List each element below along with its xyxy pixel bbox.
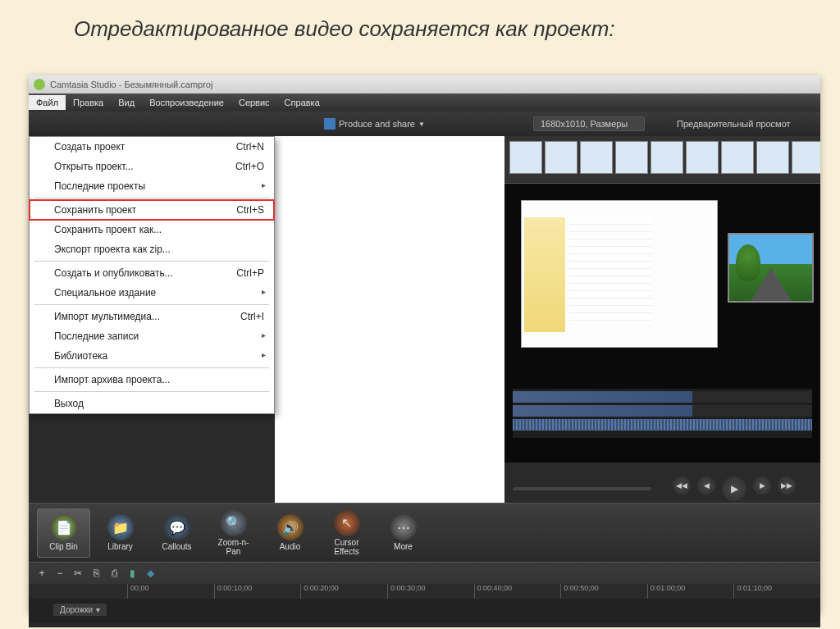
timeline-zoomout-icon[interactable]: − [53, 567, 66, 580]
tool-tab-zoom-n-pan[interactable]: 🔍Zoom-n- Pan [207, 508, 260, 558]
copy-icon[interactable]: ⎙ [107, 567, 121, 580]
mini-track [513, 391, 812, 403]
menu-separator [34, 367, 269, 368]
tool-icon: 💬 [164, 514, 190, 540]
preview-mini-timeline [513, 389, 812, 438]
clip-bin-panel [275, 136, 504, 503]
file-menu-item-1[interactable]: Открыть проект...Ctrl+O [30, 157, 274, 176]
seek-bar[interactable] [513, 487, 651, 490]
timeline-tick: 0:01:10;00 [733, 584, 820, 599]
file-menu-item-3[interactable]: Сохранить проектCtrl+S [30, 200, 274, 220]
mini-audio-wave [513, 419, 812, 431]
tool-icon: 📁 [107, 514, 134, 540]
file-menu-item-2[interactable]: Последние проекты [30, 176, 274, 196]
file-menu-item-8[interactable]: Импорт мультимедиа...Ctrl+I [30, 307, 274, 326]
tool-tab-cursor-effects[interactable]: ↖Cursor Effects [320, 508, 373, 558]
file-menu-item-4[interactable]: Сохранить проект как... [30, 220, 274, 239]
road-graphic [751, 268, 792, 301]
play-button[interactable]: ▶ [722, 476, 746, 501]
file-menu-item-6[interactable]: Создать и опубликовать...Ctrl+P [30, 263, 274, 283]
thumbnail[interactable] [721, 141, 754, 174]
menu-tools[interactable]: Сервис [231, 95, 277, 110]
tool-tab-library[interactable]: 📁Library [94, 508, 147, 558]
thumbnail[interactable] [509, 141, 542, 174]
timeline-tracks[interactable]: Дорожки [29, 599, 820, 623]
marker-icon[interactable]: ◆ [144, 567, 157, 580]
split-icon[interactable]: ⎘ [89, 567, 103, 580]
menu-file[interactable]: Файл [29, 95, 66, 110]
thumbnail[interactable] [615, 141, 648, 174]
file-menu-item-7[interactable]: Специальное издание [30, 283, 274, 303]
app-logo-icon [34, 79, 45, 90]
tool-tab-audio[interactable]: 🔊Audio [263, 508, 317, 558]
tool-tab-clip-bin[interactable]: 📄Clip Bin [37, 508, 90, 558]
thumbnail[interactable] [686, 141, 719, 174]
menu-separator [34, 198, 269, 198]
thumbnail[interactable] [580, 141, 613, 174]
step-forward-button[interactable]: ▶ [753, 476, 771, 495]
timeline-area: + − ✂ ⎘ ⎙ ▮ ◆ 00;000:00:10;000:00:20;000… [29, 562, 820, 627]
file-menu-item-9[interactable]: Последние записи [30, 326, 274, 346]
file-dropdown-menu: Создать проектCtrl+NОткрыть проект...Ctr… [29, 136, 275, 414]
canvas-size-selector[interactable]: 1680x1010, Размеры [533, 116, 645, 131]
preview-canvas [504, 184, 820, 463]
window-title: Camtasia Studio - Безымянный.camproj [50, 80, 212, 89]
file-menu-item-0[interactable]: Создать проектCtrl+N [30, 137, 274, 157]
tool-icon: ⋯ [390, 514, 417, 540]
prev-frame-button[interactable]: ◀◀ [673, 476, 691, 495]
slide-title: Отредактированное видео сохраняется как … [0, 0, 840, 42]
tracks-dropdown[interactable]: Дорожки [53, 604, 107, 616]
menu-edit[interactable]: Правка [66, 95, 111, 110]
preview-panel: ◀◀ ◀ ▶ ▶ ▶▶ [504, 136, 820, 503]
menu-bar: Файл Правка Вид Воспроизведение Сервис С… [29, 93, 820, 112]
window-title-bar: Camtasia Studio - Безымянный.camproj [29, 75, 820, 93]
thumbnail[interactable] [792, 141, 820, 174]
main-workspace: Создать проектCtrl+NОткрыть проект...Ctr… [29, 136, 820, 503]
tool-icon: ↖ [334, 510, 360, 536]
timeline-tick: 0:00:30;00 [387, 584, 474, 599]
produce-and-share-button[interactable]: Produce and share ▼ [324, 118, 425, 130]
menu-separator [34, 261, 269, 262]
preview-video-thumbnail [728, 233, 814, 303]
thumbnail[interactable] [545, 141, 578, 174]
next-frame-button[interactable]: ▶▶ [778, 476, 796, 495]
secondary-toolbar: Produce and share ▼ 1680x1010, Размеры П… [29, 112, 820, 136]
menu-play[interactable]: Воспроизведение [142, 95, 231, 110]
menu-separator [34, 304, 269, 305]
mini-track [513, 405, 812, 417]
timeline-ruler[interactable]: 00;000:00:10;000:00:20;000:00:30;000:00:… [29, 584, 820, 599]
timeline-add-icon[interactable]: + [35, 567, 48, 580]
tool-icon: 🔊 [277, 514, 304, 540]
app-window: Camtasia Studio - Безымянный.camproj Фай… [29, 75, 820, 613]
thumbnail-strip[interactable] [504, 136, 820, 184]
tool-tab-strip: 📄Clip Bin📁Library💬Callouts🔍Zoom-n- Pan🔊A… [29, 503, 820, 562]
step-back-button[interactable]: ◀ [697, 476, 715, 495]
menu-view[interactable]: Вид [111, 95, 142, 110]
file-menu-item-11[interactable]: Импорт архива проекта... [30, 370, 274, 390]
paste-icon[interactable]: ▮ [126, 567, 139, 580]
tool-icon: 🔍 [221, 510, 247, 536]
timeline-tick: 0:00:10;00 [214, 584, 301, 599]
tool-icon: 📄 [51, 514, 77, 540]
thumbnail[interactable] [756, 141, 789, 174]
produce-icon [324, 118, 336, 130]
file-menu-item-10[interactable]: Библиотека [30, 346, 274, 366]
file-menu-item-5[interactable]: Экспорт проекта как zip... [30, 239, 274, 259]
timeline-tick: 0:00:20;00 [300, 584, 387, 599]
thumbnail[interactable] [651, 141, 683, 174]
cut-icon[interactable]: ✂ [71, 567, 84, 580]
file-menu-item-12[interactable]: Выход [30, 394, 274, 413]
mock-filelist [569, 217, 651, 324]
mock-sidebar [524, 217, 565, 332]
preview-label: Предварительный просмот [677, 119, 791, 129]
timeline-tick: 00;00 [127, 584, 214, 599]
playback-controls: ◀◀ ◀ ▶ ▶ ▶▶ [513, 477, 812, 500]
timeline-tick: 0:00:50;00 [560, 584, 647, 599]
tool-tab-more[interactable]: ⋯More [377, 508, 430, 558]
menu-help[interactable]: Справка [277, 95, 327, 110]
menu-separator [34, 391, 269, 392]
timeline-tick: 0:00:40;00 [474, 584, 561, 599]
tool-tab-callouts[interactable]: 💬Callouts [150, 508, 203, 558]
timeline-controls: + − ✂ ⎘ ⎙ ▮ ◆ [29, 563, 820, 584]
preview-content-window [521, 200, 718, 348]
